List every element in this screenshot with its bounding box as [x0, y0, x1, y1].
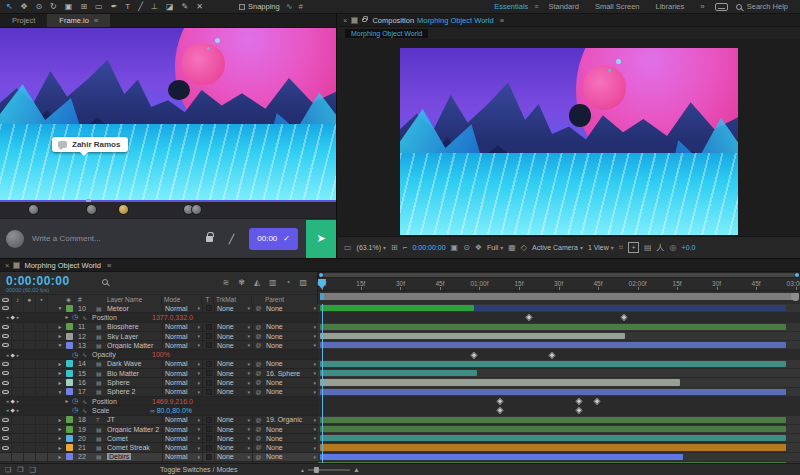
solo-cell[interactable]: [24, 341, 36, 349]
parent-pick-whip-icon[interactable]: @: [252, 304, 264, 312]
search-icon[interactable]: [736, 4, 742, 10]
layer-row[interactable]: ▼ 17 ▤ Sphere 2 Normal▾ None▾ @ None▾: [0, 388, 800, 397]
channels-icon[interactable]: ❖: [475, 243, 482, 252]
scrollbar-dot-right[interactable]: [795, 273, 799, 277]
mode-dropdown[interactable]: Normal▾: [162, 332, 202, 340]
lock-cell[interactable]: [36, 323, 48, 331]
close-panel-icon[interactable]: ×: [343, 16, 347, 25]
layer-name[interactable]: Dark Wave: [107, 360, 162, 367]
expand-arrow-icon[interactable]: ►: [54, 426, 66, 432]
mode-dropdown[interactable]: Normal▾: [162, 434, 202, 442]
layer-duration-bar[interactable]: [318, 425, 800, 434]
toggle-switches-modes-button[interactable]: Toggle Switches / Modes: [160, 466, 237, 473]
layer-duration-bar[interactable]: [318, 443, 800, 452]
parent-pick-whip-icon[interactable]: @: [252, 425, 264, 433]
label-color-swatch[interactable]: [66, 360, 73, 367]
trkmat-toggle-cell[interactable]: [202, 332, 214, 340]
expand-layer-switches-icon[interactable]: ❏: [5, 466, 11, 474]
layer-row[interactable]: ► 14 ▤ Dark Wave Normal▾ None▾ @ None▾: [0, 360, 800, 369]
parent-pick-whip-icon[interactable]: @: [252, 360, 264, 368]
trkmat-dropdown[interactable]: None▾: [214, 360, 252, 368]
workspace-tab-small-screen[interactable]: Small Screen: [595, 2, 640, 11]
keyframe-diamond[interactable]: [621, 314, 627, 320]
layer-row[interactable]: ▼ 10 ▤ Meteor Normal▾ None▾ @ None▾: [0, 304, 800, 313]
label-color-swatch[interactable]: [66, 388, 73, 395]
solo-cell[interactable]: [24, 304, 36, 312]
layer-name[interactable]: Organic Matter 2: [107, 426, 162, 433]
visibility-eye-icon[interactable]: [2, 427, 9, 431]
visibility-eye-icon[interactable]: [2, 371, 9, 375]
property-name[interactable]: Scale: [92, 407, 110, 414]
search-help-field[interactable]: Search Help: [747, 2, 788, 11]
keyframe-track[interactable]: [318, 406, 800, 415]
share-view-icon[interactable]: ⌗: [619, 243, 624, 253]
solo-cell[interactable]: [24, 323, 36, 331]
workspace-tab-standard[interactable]: Standard: [548, 2, 578, 11]
parent-dropdown[interactable]: None▾: [264, 425, 318, 433]
trkmat-toggle-cell[interactable]: [202, 369, 214, 377]
keyboard-shortcuts-icon[interactable]: [715, 3, 728, 11]
lock-cell[interactable]: [36, 360, 48, 368]
trkmat-toggle-cell[interactable]: [202, 304, 214, 312]
keyframe-diamond[interactable]: [497, 407, 503, 413]
parent-dropdown[interactable]: None▾: [264, 360, 318, 368]
keyframe-diamond[interactable]: [576, 398, 582, 404]
lock-cell[interactable]: [36, 332, 48, 340]
parent-dropdown[interactable]: None▾: [264, 388, 318, 396]
layer-name[interactable]: Debirs: [107, 453, 162, 460]
keyframe-track[interactable]: [318, 397, 800, 406]
annotate-brush-icon[interactable]: ╱: [229, 234, 234, 244]
audio-cell[interactable]: [12, 425, 24, 433]
graph-editor-icon[interactable]: ▨: [299, 278, 307, 287]
expand-inout-icon[interactable]: ❑: [30, 466, 36, 474]
trkmat-toggle-cell[interactable]: [202, 425, 214, 433]
solo-cell[interactable]: [24, 425, 36, 433]
mode-dropdown[interactable]: Normal▾: [162, 304, 202, 312]
resolution-dropdown[interactable]: Full▾: [487, 244, 503, 251]
layer-name[interactable]: Sphere 2: [107, 388, 162, 395]
zoom-out-mountain-icon[interactable]: ▲: [300, 467, 305, 473]
lock-cell[interactable]: [36, 434, 48, 442]
parent-pick-whip-icon[interactable]: @: [252, 378, 264, 386]
close-panel-icon[interactable]: ×: [5, 261, 9, 270]
mode-dropdown[interactable]: Normal▾: [162, 360, 202, 368]
solo-cell[interactable]: [24, 360, 36, 368]
audio-cell[interactable]: [12, 369, 24, 377]
commenter-avatar[interactable]: [118, 204, 129, 215]
view-layout-dropdown[interactable]: 1 View▾: [588, 244, 614, 251]
expand-arrow-icon[interactable]: ►: [54, 454, 66, 460]
trkmat-toggle-cell[interactable]: [202, 416, 214, 424]
solo-cell[interactable]: [24, 369, 36, 377]
trkmat-toggle-cell[interactable]: [202, 341, 214, 349]
work-area-start-handle[interactable]: [320, 293, 324, 300]
trkmat-toggle-cell[interactable]: [202, 453, 214, 461]
mode-dropdown[interactable]: Normal▾: [162, 388, 202, 396]
layer-row[interactable]: ► 21 ▤ Comet Streak Normal▾ None▾ @ None…: [0, 443, 800, 452]
parent-dropdown[interactable]: 16. Sphere▾: [264, 369, 318, 377]
expand-arrow-icon[interactable]: ▼: [54, 305, 66, 311]
parent-pick-whip-icon[interactable]: @: [252, 323, 264, 331]
property-expand-arrow[interactable]: ►: [62, 398, 72, 404]
parent-pick-whip-icon[interactable]: @: [252, 369, 264, 377]
layer-duration-bar[interactable]: [318, 453, 800, 462]
workspace-menu-icon[interactable]: ≡: [534, 3, 538, 10]
mode-dropdown[interactable]: Normal▾: [162, 425, 202, 433]
layer-row[interactable]: ► 19 ▤ Organic Matter 2 Normal▾ None▾ @ …: [0, 425, 800, 434]
expand-view-icon[interactable]: +: [628, 242, 639, 253]
trkmat-dropdown[interactable]: None▾: [214, 378, 252, 386]
keyframe-track[interactable]: [318, 313, 800, 322]
layer-name[interactable]: Sky Layer: [107, 333, 162, 340]
visibility-eye-icon[interactable]: [2, 381, 9, 385]
expand-arrow-icon[interactable]: ►: [54, 445, 66, 451]
trkmat-dropdown[interactable]: None▾: [214, 425, 252, 433]
parent-pick-whip-icon[interactable]: @: [252, 416, 264, 424]
layer-row[interactable]: ► 18 T JT Normal▾ None▾ @ 19. Organic▾: [0, 416, 800, 425]
audio-cell[interactable]: [12, 453, 24, 461]
stopwatch-icon[interactable]: ◷: [72, 406, 82, 414]
parent-pick-whip-icon[interactable]: @: [252, 434, 264, 442]
lock-panel-icon[interactable]: [362, 18, 367, 22]
lock-cell[interactable]: [36, 443, 48, 451]
keyframe-navigator[interactable]: ◂◆▸: [0, 352, 48, 358]
workspace-tab-essentials[interactable]: Essentials: [494, 2, 528, 11]
label-color-swatch[interactable]: [66, 416, 73, 423]
